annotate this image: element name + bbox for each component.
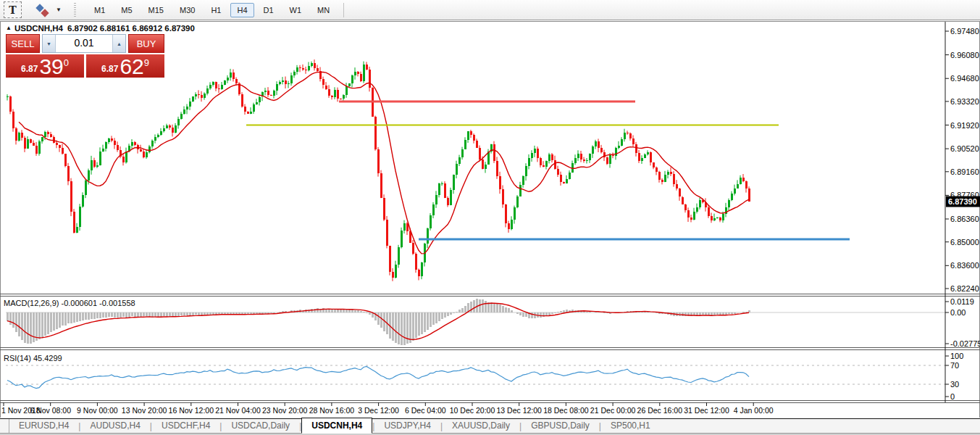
symbol-tab-usdcad[interactable]: USDCAD,Daily [222, 419, 299, 433]
tab-scroll-edge[interactable] [0, 419, 9, 433]
symbol-period-label: USDCNH,H4 [14, 24, 63, 33]
time-axis-label: 3 Dec 12:00 [358, 406, 399, 415]
time-axis-label: 21 Nov 04:00 [215, 406, 261, 415]
price-axis-label: 6.90520 [950, 144, 979, 153]
sell-price-quote[interactable]: 6.87 39 0 [6, 54, 84, 78]
time-axis-label: 21 Dec 00:00 [590, 406, 636, 415]
price-axis-label: 6.83600 [950, 261, 979, 270]
buy-price-pips: 62 [120, 57, 143, 78]
sell-price-point: 0 [64, 57, 69, 68]
symbol-tab-sp500[interactable]: SP500,H1 [601, 419, 660, 433]
price-axis-label: 6.96080 [950, 51, 979, 59]
buy-button[interactable]: BUY [128, 34, 164, 53]
rsi-axis-label: 0 [950, 392, 955, 401]
price-axis-label: 6.91920 [950, 121, 979, 130]
buy-price-prefix: 6.87 [101, 64, 118, 74]
symbol-tab-usdchf[interactable]: USDCHF,H4 [152, 419, 219, 433]
collapse-arrow-icon[interactable]: ▲ [6, 25, 12, 31]
time-axis-label: 9 Nov 00:00 [77, 406, 118, 415]
price-axis-label: 6.85000 [950, 238, 979, 246]
time-axis-label: 28 Nov 16:00 [309, 406, 355, 415]
time-axis-label: 26 Dec 16:00 [637, 406, 683, 415]
symbol-tab-usdjpy[interactable]: USDJPY,H4 [374, 419, 440, 433]
price-axis-label: 6.97480 [950, 27, 979, 36]
macd-axis-label: -0.027754 [950, 339, 980, 348]
price-axis-label: 6.94680 [950, 74, 979, 83]
price-axis-label: 6.86360 [950, 215, 979, 223]
sell-price-pips: 39 [39, 57, 63, 78]
rsi-label: RSI(14) 45.4299 [4, 354, 62, 362]
volume-stepper: ▼ 0.01 ▲ [42, 34, 126, 53]
symbol-tab-bar: EURUSD,H4|AUDUSD,H4|USDCHF,H4|USDCAD,Dai… [0, 418, 980, 433]
macd-axis-label: 0.0119 [950, 297, 974, 306]
chart-background [0, 21, 980, 418]
time-axis-label: 23 Nov 20:00 [262, 406, 308, 415]
volume-increase-button[interactable]: ▲ [112, 35, 125, 52]
time-axis-label: 31 Dec 12:00 [684, 406, 729, 415]
symbol-tab-audusd[interactable]: AUDUSD,H4 [80, 419, 149, 433]
symbol-tab-gbpusd[interactable]: GBPUSD,Daily [522, 419, 599, 433]
symbol-tab-eurusd[interactable]: EURUSD,H4 [9, 419, 78, 433]
sell-button[interactable]: SELL [6, 34, 40, 53]
one-click-trading-panel: SELL ▼ 0.01 ▲ BUY 6.87 39 0 6.87 62 9 [6, 34, 164, 78]
rsi-axis-label: 30 [950, 380, 959, 389]
rsi-axis-label: 70 [950, 361, 959, 370]
ohlc-values: 6.87902 6.88161 6.86912 6.87390 [67, 24, 195, 33]
chart-title: ▲USDCNH,H46.87902 6.88161 6.86912 6.8739… [6, 24, 195, 33]
time-axis-label: 13 Nov 20:00 [122, 406, 167, 415]
macd-axis-label: 0.00 [950, 308, 966, 317]
rsi-axis-label: 100 [950, 352, 963, 360]
time-axis-label: 4 Jan 00:00 [734, 406, 774, 415]
time-axis-label: 10 Dec 20:00 [450, 406, 495, 415]
symbol-tab-usdcnh[interactable]: USDCNH,H4 [301, 418, 372, 434]
time-axis-label: 13 Dec 12:00 [496, 406, 542, 415]
time-axis-label: 18 Dec 08:00 [543, 406, 589, 415]
macd-label: MACD(12,26,9) -0.000601 -0.001558 [4, 299, 135, 307]
price-axis-label: 6.82240 [950, 284, 979, 293]
current-price-label: 6.87390 [948, 197, 977, 206]
buy-price-point: 9 [144, 57, 149, 68]
price-axis-label: 6.89160 [950, 167, 979, 176]
price-axis-label: 6.93320 [950, 97, 979, 106]
mt4-window: T ▼ M1M5M15M30H1H4D1W1MN 6.974806.960806… [0, 0, 980, 435]
volume-value[interactable]: 0.01 [56, 35, 112, 52]
volume-decrease-button[interactable]: ▼ [43, 35, 56, 52]
sell-price-prefix: 6.87 [21, 64, 38, 74]
symbol-tab-xauusd[interactable]: XAUUSD,Daily [443, 419, 519, 433]
time-axis-label: 16 Nov 12:00 [169, 406, 214, 415]
time-axis-label: 6 Dec 04:00 [405, 406, 446, 415]
buy-price-quote[interactable]: 6.87 62 9 [86, 54, 164, 78]
time-axis-label: 6 Nov 08:00 [30, 406, 71, 415]
